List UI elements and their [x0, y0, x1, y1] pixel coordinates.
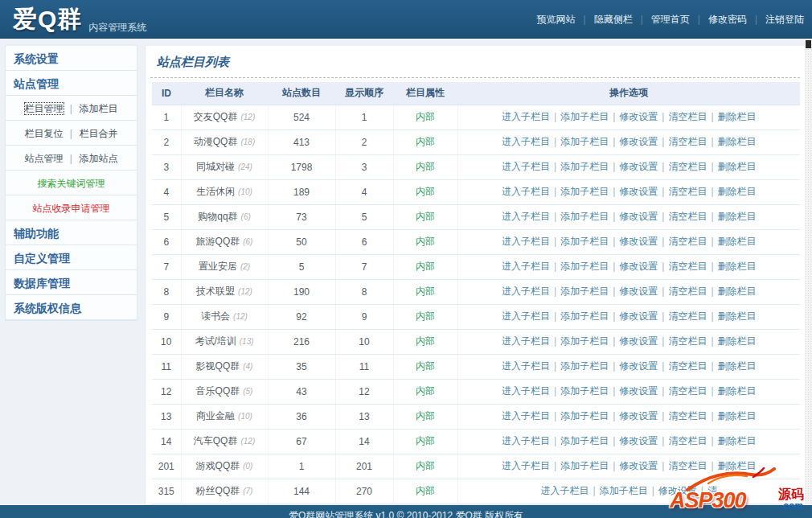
action-link[interactable]: 删除栏目	[718, 360, 757, 372]
action-link[interactable]: 进入子栏目	[502, 111, 550, 122]
action-link[interactable]: 清空栏目	[668, 211, 707, 222]
top-nav-link[interactable]: 预览网站	[529, 14, 584, 25]
action-link[interactable]: 进入子栏目	[502, 360, 550, 372]
action-link[interactable]: 修改设置	[619, 385, 658, 397]
category-name[interactable]: 考试/培训	[195, 335, 236, 347]
action-link[interactable]: 进入子栏目	[502, 385, 550, 397]
category-name[interactable]: 技术联盟	[196, 286, 235, 297]
action-link[interactable]: 进入子栏目	[502, 211, 550, 222]
sidebar-link[interactable]: 添加栏目	[79, 103, 117, 114]
action-link[interactable]: 修改设置	[619, 310, 658, 322]
action-link[interactable]: 添加子栏目	[560, 236, 609, 247]
action-link[interactable]: 添加子栏目	[560, 385, 609, 397]
action-link[interactable]: 删除栏目	[718, 261, 757, 272]
category-name[interactable]: 汽车QQ群	[194, 435, 238, 446]
action-link[interactable]: 清空栏目	[668, 410, 707, 421]
category-name[interactable]: 旅游QQ群	[196, 236, 240, 247]
action-link[interactable]: 清空栏目	[668, 286, 707, 297]
action-link[interactable]: 进入子栏目	[502, 261, 550, 272]
action-link[interactable]: 删除栏目	[718, 161, 757, 172]
action-link[interactable]: 清空栏目	[668, 111, 707, 122]
action-link[interactable]: 修改设置	[619, 410, 658, 421]
category-name[interactable]: 购物qq群	[198, 211, 237, 222]
action-link[interactable]: 进入子栏目	[502, 161, 550, 172]
category-name[interactable]: 动漫QQ群	[194, 136, 238, 147]
action-link[interactable]: 修改设置	[619, 360, 658, 372]
action-link[interactable]: 添加子栏目	[560, 286, 609, 297]
action-link[interactable]: 删除栏目	[718, 136, 757, 147]
sidebar-link[interactable]: 站点管理	[25, 153, 64, 164]
top-nav-link[interactable]: 管理首页	[643, 14, 698, 25]
action-link[interactable]: 进入子栏目	[502, 410, 550, 421]
category-name[interactable]: 读书会	[201, 310, 230, 322]
top-nav-link[interactable]: 注销登陆	[757, 14, 812, 25]
category-name[interactable]: 商业金融	[196, 410, 235, 421]
action-link[interactable]: 进入子栏目	[502, 335, 550, 347]
action-link[interactable]: 清空栏目	[668, 435, 707, 446]
action-link[interactable]: 删除栏目	[718, 460, 757, 471]
action-link[interactable]: 进入子栏目	[502, 460, 550, 471]
sidebar-section-header[interactable]: 数据库管理	[6, 270, 137, 295]
sidebar-section-header[interactable]: 系统版权信息	[6, 295, 137, 320]
category-name[interactable]: 置业安居	[199, 261, 237, 272]
action-link[interactable]: 删除栏目	[718, 211, 757, 222]
action-link[interactable]: 删除栏目	[718, 410, 757, 421]
category-name[interactable]: 粉丝QQ群	[196, 485, 240, 496]
action-link[interactable]: 添加子栏目	[560, 460, 609, 471]
action-link[interactable]: 清空栏目	[668, 161, 707, 172]
action-link[interactable]: 清空栏目	[668, 360, 707, 372]
action-link[interactable]: 清	[707, 485, 717, 496]
sidebar-link[interactable]: 搜索关键词管理	[6, 171, 137, 195]
action-link[interactable]: 进入子栏目	[502, 286, 550, 297]
action-link[interactable]: 清空栏目	[668, 236, 707, 247]
category-name[interactable]: 影视QQ群	[196, 360, 240, 372]
action-link[interactable]: 删除栏目	[718, 335, 757, 347]
action-link[interactable]: 修改设置	[619, 261, 658, 272]
action-link[interactable]: 进入子栏目	[502, 136, 550, 147]
action-link[interactable]: 添加子栏目	[560, 136, 609, 147]
action-link[interactable]: 删除栏目	[718, 385, 757, 397]
action-link[interactable]: 添加子栏目	[560, 310, 609, 322]
action-link[interactable]: 进入子栏目	[502, 435, 550, 446]
action-link[interactable]: 修改设置	[619, 186, 658, 197]
action-link[interactable]: 清空栏目	[668, 335, 707, 347]
action-link[interactable]: 添加子栏目	[560, 360, 609, 372]
sidebar-section-header[interactable]: 自定义管理	[6, 245, 137, 270]
sidebar-link[interactable]: 栏目合并	[79, 128, 117, 139]
action-link[interactable]: 添加子栏目	[560, 161, 609, 172]
action-link[interactable]: 进入子栏目	[541, 485, 589, 496]
action-link[interactable]: 删除栏目	[718, 435, 757, 446]
action-link[interactable]: 添加子栏目	[560, 261, 609, 272]
category-name[interactable]: 同城对碰	[196, 161, 235, 172]
action-link[interactable]: 修改设置	[619, 335, 658, 347]
sidebar-link[interactable]: 添加站点	[79, 153, 117, 164]
category-name[interactable]: 游戏QQ群	[196, 460, 240, 471]
action-link[interactable]: 修改设置	[619, 435, 658, 446]
sidebar-section-header[interactable]: 系统设置	[6, 46, 137, 71]
action-link[interactable]: 删除栏目	[718, 286, 757, 297]
sidebar-section-header[interactable]: 辅助功能	[6, 220, 137, 245]
action-link[interactable]: 清空栏目	[668, 385, 707, 397]
scrollbar-thumb[interactable]	[806, 40, 811, 48]
action-link[interactable]: 清空栏目	[668, 261, 707, 272]
action-link[interactable]: 添加子栏目	[560, 335, 609, 347]
action-link[interactable]: 进入子栏目	[502, 236, 550, 247]
action-link[interactable]: 进入子栏目	[502, 186, 550, 197]
category-name[interactable]: 交友QQ群	[194, 111, 238, 122]
top-nav-link[interactable]: 修改密码	[700, 14, 755, 25]
category-name[interactable]: 音乐QQ群	[196, 385, 240, 397]
action-link[interactable]: 修改设置	[619, 286, 658, 297]
action-link[interactable]: 添加子栏目	[560, 186, 609, 197]
action-link[interactable]: 添加子栏目	[560, 211, 609, 222]
action-link[interactable]: 清空栏目	[668, 460, 707, 471]
sidebar-link[interactable]: 栏目管理	[25, 103, 64, 114]
action-link[interactable]: 修改设置	[619, 460, 658, 471]
action-link[interactable]: 删除栏目	[718, 310, 757, 322]
action-link[interactable]: 修改设置	[619, 211, 658, 222]
action-link[interactable]: 删除栏目	[718, 186, 757, 197]
action-link[interactable]: 修改设置	[619, 161, 658, 172]
sidebar-link[interactable]: 站点收录申请管理	[6, 195, 137, 220]
action-link[interactable]: 清空栏目	[668, 186, 707, 197]
action-link[interactable]: 添加子栏目	[600, 485, 648, 496]
action-link[interactable]: 添加子栏目	[560, 435, 609, 446]
